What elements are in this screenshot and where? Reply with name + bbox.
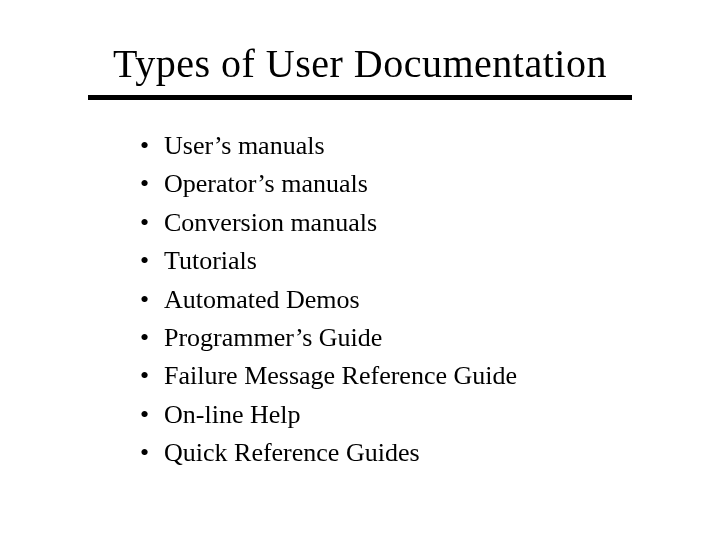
bullet-icon: • bbox=[140, 166, 164, 202]
bullet-icon: • bbox=[140, 282, 164, 318]
bullet-icon: • bbox=[140, 320, 164, 356]
list-item: • Conversion manuals bbox=[140, 205, 660, 241]
bullet-text: Quick Reference Guides bbox=[164, 435, 660, 471]
bullet-text: On-line Help bbox=[164, 397, 660, 433]
list-item: • Tutorials bbox=[140, 243, 660, 279]
bullet-text: Operator’s manuals bbox=[164, 166, 660, 202]
bullet-icon: • bbox=[140, 128, 164, 164]
bullet-text: User’s manuals bbox=[164, 128, 660, 164]
bullet-icon: • bbox=[140, 435, 164, 471]
list-item: • Failure Message Reference Guide bbox=[140, 358, 660, 394]
title-divider bbox=[88, 95, 632, 100]
bullet-icon: • bbox=[140, 397, 164, 433]
bullet-icon: • bbox=[140, 358, 164, 394]
list-item: • User’s manuals bbox=[140, 128, 660, 164]
list-item: • On-line Help bbox=[140, 397, 660, 433]
slide-title: Types of User Documentation bbox=[60, 40, 660, 87]
list-item: • Operator’s manuals bbox=[140, 166, 660, 202]
bullet-icon: • bbox=[140, 243, 164, 279]
bullet-icon: • bbox=[140, 205, 164, 241]
content-area: • User’s manuals • Operator’s manuals • … bbox=[60, 128, 660, 472]
list-item: • Programmer’s Guide bbox=[140, 320, 660, 356]
list-item: • Automated Demos bbox=[140, 282, 660, 318]
list-item: • Quick Reference Guides bbox=[140, 435, 660, 471]
bullet-text: Conversion manuals bbox=[164, 205, 660, 241]
slide-container: Types of User Documentation • User’s man… bbox=[0, 0, 720, 540]
bullet-text: Failure Message Reference Guide bbox=[164, 358, 660, 394]
bullet-text: Automated Demos bbox=[164, 282, 660, 318]
bullet-text: Tutorials bbox=[164, 243, 660, 279]
bullet-text: Programmer’s Guide bbox=[164, 320, 660, 356]
bullet-list: • User’s manuals • Operator’s manuals • … bbox=[140, 128, 660, 472]
title-container: Types of User Documentation bbox=[60, 40, 660, 87]
